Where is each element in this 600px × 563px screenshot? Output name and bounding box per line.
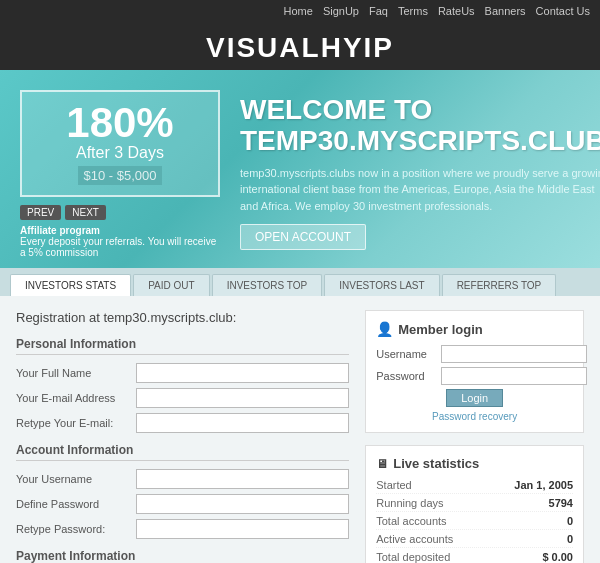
retype-email-label: Retype Your E-mail: bbox=[16, 417, 136, 429]
password-recovery-link[interactable]: Password recovery bbox=[376, 411, 573, 422]
login-password-row: Password bbox=[376, 367, 573, 385]
member-login-box: Member login Username Password Login Pas… bbox=[365, 310, 584, 433]
login-username-label: Username bbox=[376, 348, 441, 360]
registration-panel: Registration at temp30.myscripts.club: P… bbox=[16, 310, 349, 563]
person-icon bbox=[376, 321, 393, 337]
retype-email-row: Retype Your E-mail: bbox=[16, 413, 349, 433]
main-content: Registration at temp30.myscripts.club: P… bbox=[0, 296, 600, 563]
tab-investors-top[interactable]: INVESTORS TOP bbox=[212, 274, 323, 296]
registration-title: Registration at temp30.myscripts.club: bbox=[16, 310, 349, 325]
live-statistics-box: Live statistics Started Jan 1, 2005 Runn… bbox=[365, 445, 584, 563]
stat-total-deposited: Total deposited $ 0.00 bbox=[376, 551, 573, 563]
member-login-title: Member login bbox=[376, 321, 573, 337]
live-stats-title: Live statistics bbox=[376, 456, 573, 471]
monitor-icon bbox=[376, 456, 388, 471]
email-label: Your E-mail Address bbox=[16, 392, 136, 404]
affiliate-desc: Every deposit your referrals. You will r… bbox=[20, 236, 216, 258]
stat-active-accounts-label: Active accounts bbox=[376, 533, 453, 545]
stat-active-accounts: Active accounts 0 bbox=[376, 533, 573, 548]
hero-offer: 180% After 3 Days $10 - $5,000 PREV NEXT… bbox=[20, 90, 220, 258]
prev-button[interactable]: PREV bbox=[20, 205, 61, 220]
tabs-bar: INVESTORS STATS PAID OUT INVESTORS TOP I… bbox=[0, 268, 600, 296]
tab-investors-stats[interactable]: INVESTORS STATS bbox=[10, 274, 131, 296]
login-button[interactable]: Login bbox=[446, 389, 503, 407]
stat-active-accounts-value: 0 bbox=[567, 533, 573, 545]
password-input[interactable] bbox=[136, 494, 349, 514]
stat-started-label: Started bbox=[376, 479, 411, 491]
stat-running-days-label: Running days bbox=[376, 497, 443, 509]
open-account-button[interactable]: OPEN ACCOUNT bbox=[240, 224, 366, 250]
username-input[interactable] bbox=[136, 469, 349, 489]
retype-email-input[interactable] bbox=[136, 413, 349, 433]
retype-password-row: Retype Password: bbox=[16, 519, 349, 539]
stat-running-days-value: 5794 bbox=[549, 497, 573, 509]
stat-started: Started Jan 1, 2005 bbox=[376, 479, 573, 494]
login-username-row: Username bbox=[376, 345, 573, 363]
affiliate-info: Affiliate program Every deposit your ref… bbox=[20, 225, 220, 258]
stat-running-days: Running days 5794 bbox=[376, 497, 573, 512]
tab-investors-last[interactable]: INVESTORS LAST bbox=[324, 274, 439, 296]
retype-password-label: Retype Password: bbox=[16, 523, 136, 535]
right-panel: Member login Username Password Login Pas… bbox=[365, 310, 584, 563]
site-title: VISUALHYIP bbox=[0, 32, 600, 64]
stat-total-accounts: Total accounts 0 bbox=[376, 515, 573, 530]
login-password-label: Password bbox=[376, 370, 441, 382]
affiliate-title: Affiliate program bbox=[20, 225, 220, 236]
stat-total-deposited-label: Total deposited bbox=[376, 551, 450, 563]
nav-faq[interactable]: Faq bbox=[369, 5, 388, 17]
top-navigation: Home SignUp Faq Terms RateUs Banners Con… bbox=[0, 0, 600, 22]
full-name-label: Your Full Name bbox=[16, 367, 136, 379]
hero-section: 180% After 3 Days $10 - $5,000 PREV NEXT… bbox=[0, 70, 600, 268]
username-label: Your Username bbox=[16, 473, 136, 485]
password-row: Define Password bbox=[16, 494, 349, 514]
hero-description: temp30.myscripts.clubs now in a position… bbox=[240, 165, 600, 215]
nav-rateus[interactable]: RateUs bbox=[438, 5, 475, 17]
welcome-line2: TEMP30.MYSCRIPTS.CLUB! bbox=[240, 125, 600, 156]
personal-info-heading: Personal Information bbox=[16, 337, 349, 355]
site-header: VISUALHYIP bbox=[0, 22, 600, 70]
nav-terms[interactable]: Terms bbox=[398, 5, 428, 17]
full-name-input[interactable] bbox=[136, 363, 349, 383]
welcome-line1: WELCOME TO bbox=[240, 94, 432, 125]
payment-info-heading: Payment Information bbox=[16, 549, 349, 563]
stat-total-deposited-value: $ 0.00 bbox=[542, 551, 573, 563]
live-stats-label: Live statistics bbox=[393, 456, 479, 471]
stat-started-value: Jan 1, 2005 bbox=[514, 479, 573, 491]
offer-box: 180% After 3 Days $10 - $5,000 bbox=[20, 90, 220, 197]
stat-total-accounts-label: Total accounts bbox=[376, 515, 446, 527]
email-row: Your E-mail Address bbox=[16, 388, 349, 408]
tab-paid-out[interactable]: PAID OUT bbox=[133, 274, 209, 296]
nav-signup[interactable]: SignUp bbox=[323, 5, 359, 17]
nav-contact[interactable]: Contact Us bbox=[536, 5, 590, 17]
hero-welcome: WELCOME TO TEMP30.MYSCRIPTS.CLUB! temp30… bbox=[240, 90, 600, 250]
full-name-row: Your Full Name bbox=[16, 363, 349, 383]
member-login-label: Member login bbox=[398, 322, 483, 337]
offer-percent: 180% bbox=[37, 102, 203, 144]
account-info-heading: Account Information bbox=[16, 443, 349, 461]
login-password-input[interactable] bbox=[441, 367, 587, 385]
tab-referrers-top[interactable]: REFERRERS TOP bbox=[442, 274, 557, 296]
welcome-title: WELCOME TO TEMP30.MYSCRIPTS.CLUB! bbox=[240, 95, 600, 157]
login-username-input[interactable] bbox=[441, 345, 587, 363]
password-label: Define Password bbox=[16, 498, 136, 510]
nav-home[interactable]: Home bbox=[284, 5, 313, 17]
email-input[interactable] bbox=[136, 388, 349, 408]
next-button[interactable]: NEXT bbox=[65, 205, 106, 220]
offer-range: $10 - $5,000 bbox=[78, 166, 161, 185]
hero-nav: PREV NEXT bbox=[20, 205, 220, 220]
retype-password-input[interactable] bbox=[136, 519, 349, 539]
offer-after: After 3 Days bbox=[37, 144, 203, 162]
username-row: Your Username bbox=[16, 469, 349, 489]
stat-total-accounts-value: 0 bbox=[567, 515, 573, 527]
nav-banners[interactable]: Banners bbox=[485, 5, 526, 17]
